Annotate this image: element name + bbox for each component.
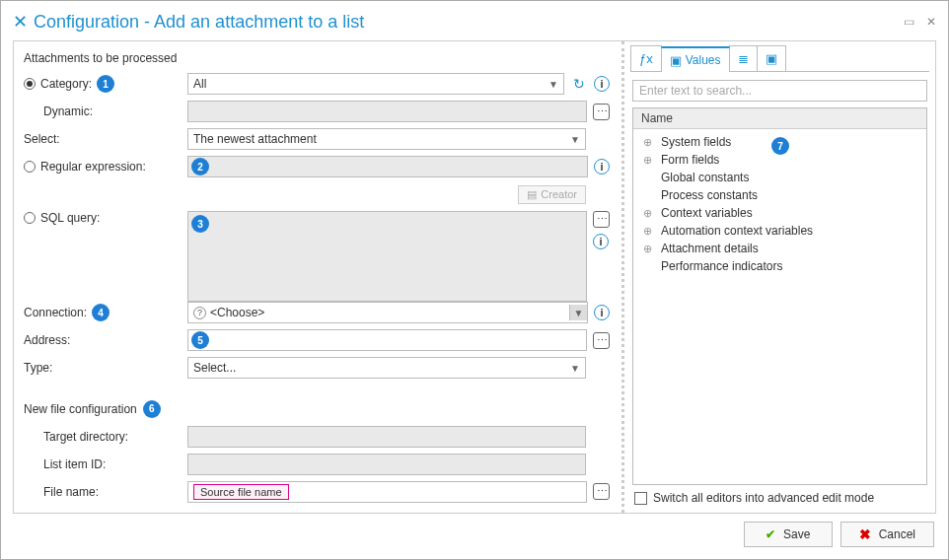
label-type: Type: (24, 361, 52, 375)
more-icon[interactable]: ⋯ (593, 332, 610, 349)
radio-category[interactable] (24, 78, 36, 90)
dialog-title: Configuration - Add an attachment to a l… (34, 12, 904, 33)
expand-icon[interactable]: ⊕ (643, 154, 652, 167)
creator-button[interactable]: ▤ Creator (518, 185, 586, 204)
label-newfile: New file configuration (24, 402, 137, 416)
label-advanced-mode: Switch all editors into advanced edit mo… (653, 491, 874, 505)
marker-5: 5 (191, 331, 209, 349)
tab-values[interactable]: ▣ Values (661, 46, 730, 72)
marker-6: 6 (143, 400, 161, 418)
advanced-mode-checkbox[interactable] (634, 492, 647, 505)
label-connection: Connection: (24, 306, 87, 319)
label-category: Category: (40, 77, 92, 91)
cancel-icon: ✖ (859, 526, 871, 542)
tree-automation-context[interactable]: ⊕Automation context variables (633, 222, 926, 240)
category-select[interactable]: All ▼ (187, 73, 564, 95)
section-attachments: Attachments to be processed (24, 51, 610, 65)
tab-fx[interactable]: ƒx (630, 45, 662, 71)
radio-sql[interactable] (24, 212, 36, 224)
label-sql: SQL query: (40, 211, 100, 225)
tree-global-constants[interactable]: Global constants (633, 169, 926, 186)
info-icon[interactable]: i (594, 76, 610, 92)
fx-icon: ƒx (639, 51, 653, 66)
help-icon: ? (193, 307, 206, 319)
tree-context-vars[interactable]: ⊕Context variables (633, 204, 926, 222)
chevron-down-icon: ▼ (570, 363, 580, 374)
connection-select[interactable]: ? <Choose> ▼ (187, 302, 588, 323)
label-target-dir: Target directory: (43, 430, 128, 444)
check-icon: ✔ (766, 527, 775, 541)
marker-1: 1 (97, 75, 114, 93)
source-file-name-token[interactable]: Source file name (193, 484, 289, 500)
marker-7: 7 (771, 137, 789, 155)
expand-icon[interactable]: ⊕ (643, 225, 652, 238)
more-icon[interactable]: ⋯ (593, 211, 610, 228)
expand-icon[interactable]: ⊕ (643, 136, 652, 149)
info-icon[interactable]: i (594, 305, 610, 320)
chevron-down-icon: ▼ (548, 79, 558, 90)
values-icon: ▣ (670, 53, 682, 68)
label-address: Address: (24, 333, 70, 347)
info-icon[interactable]: i (593, 234, 609, 249)
tab-proc[interactable]: ▣ (757, 45, 786, 71)
wrench-icon: ✕ (13, 11, 28, 33)
type-select[interactable]: Select... ▼ (187, 357, 586, 379)
refresh-icon[interactable] (570, 75, 588, 93)
address-input[interactable] (187, 329, 587, 351)
marker-4: 4 (92, 304, 110, 321)
label-list-item: List item ID: (43, 457, 106, 471)
list-item-input[interactable] (187, 454, 586, 475)
label-select: Select: (24, 132, 60, 146)
chevron-down-icon: ▼ (570, 134, 580, 145)
marker-2: 2 (191, 158, 209, 175)
marker-3: 3 (191, 215, 209, 233)
info-icon[interactable]: i (594, 159, 610, 175)
more-icon[interactable]: ⋯ (593, 483, 610, 500)
target-dir-input[interactable] (187, 426, 586, 448)
expand-icon[interactable]: ⊕ (643, 207, 652, 220)
tree-performance[interactable]: Performance indicators (633, 257, 926, 275)
list-icon: ≣ (738, 51, 749, 66)
select-dropdown[interactable]: The newest attachment ▼ (187, 128, 586, 150)
maximize-icon[interactable]: ▭ (904, 15, 914, 29)
dynamic-input[interactable] (187, 101, 587, 122)
save-button[interactable]: ✔ Save (744, 522, 833, 547)
tree-process-constants[interactable]: Process constants (633, 186, 926, 204)
file-name-input[interactable]: Source file name (187, 481, 587, 503)
sql-textarea[interactable] (187, 211, 587, 302)
tree-header: Name (633, 108, 926, 129)
close-icon[interactable]: ✕ (926, 15, 936, 29)
regex-input[interactable] (187, 156, 588, 177)
tree-attachment-details[interactable]: ⊕Attachment details (633, 240, 926, 257)
proc-icon: ▣ (766, 51, 777, 66)
label-file-name: File name: (43, 485, 99, 499)
search-input[interactable]: Enter text to search... (632, 80, 927, 102)
chevron-down-icon: ▼ (569, 305, 587, 320)
book-icon: ▤ (527, 188, 537, 201)
more-icon[interactable]: ⋯ (593, 104, 610, 120)
label-regex: Regular expression: (40, 160, 146, 174)
radio-regex[interactable] (24, 161, 36, 173)
cancel-button[interactable]: ✖ Cancel (840, 522, 934, 547)
label-dynamic: Dynamic: (43, 105, 93, 118)
expand-icon[interactable]: ⊕ (643, 243, 652, 255)
tab-list[interactable]: ≣ (729, 45, 758, 71)
